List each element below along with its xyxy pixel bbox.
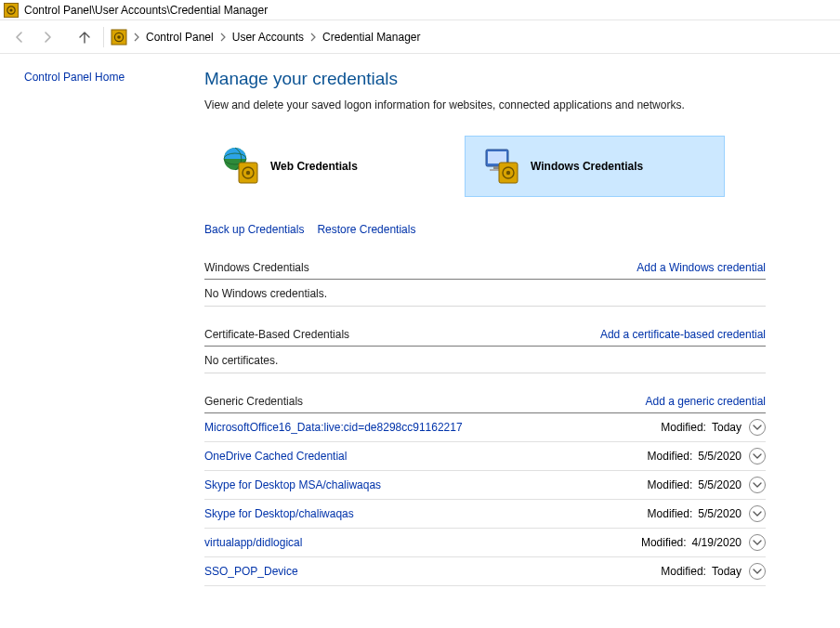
- windows-section-head: Windows Credentials Add a Windows creden…: [204, 258, 766, 280]
- generic-section-title: Generic Credentials: [204, 395, 646, 408]
- modified-value: 5/5/2020: [698, 450, 742, 463]
- credential-row[interactable]: OneDrive Cached CredentialModified:5/5/2…: [204, 442, 766, 471]
- chevron-right-icon[interactable]: [130, 31, 143, 44]
- chevron-down-icon[interactable]: [749, 505, 766, 522]
- windows-section-empty: No Windows credentials.: [204, 280, 766, 307]
- modified-value: 5/5/2020: [698, 478, 742, 491]
- sidebar: Control Panel Home: [0, 54, 204, 601]
- control-panel-home-link[interactable]: Control Panel Home: [24, 71, 125, 84]
- svg-point-17: [506, 171, 510, 175]
- modified-value: Today: [712, 565, 742, 578]
- titlebar-text: Control Panel\User Accounts\Credential M…: [24, 4, 268, 17]
- breadcrumb-control-panel[interactable]: Control Panel: [143, 29, 217, 46]
- cert-section-empty: No certificates.: [204, 347, 766, 373]
- generic-credentials-list: MicrosoftOffice16_Data:live:cid=de8298cc…: [204, 413, 766, 586]
- modified-label: Modified:: [648, 450, 693, 463]
- page-description: View and delete your saved logon informa…: [204, 98, 766, 111]
- add-generic-credential-link[interactable]: Add a generic credential: [646, 395, 766, 408]
- credential-name[interactable]: MicrosoftOffice16_Data:live:cid=de8298cc…: [204, 421, 661, 434]
- svg-point-5: [117, 35, 121, 39]
- chevron-down-icon[interactable]: [749, 419, 766, 436]
- control-panel-icon: [4, 3, 19, 18]
- chevron-down-icon[interactable]: [749, 448, 766, 464]
- page-title: Manage your credentials: [204, 69, 766, 89]
- windows-credentials-icon: [480, 146, 521, 187]
- chevron-right-icon[interactable]: [217, 31, 230, 44]
- modified-label: Modified:: [648, 507, 693, 520]
- windows-credentials-tile[interactable]: Windows Credentials: [465, 136, 725, 197]
- credential-name[interactable]: OneDrive Cached Credential: [204, 450, 648, 463]
- back-button[interactable]: [8, 26, 31, 48]
- up-button[interactable]: [73, 26, 96, 48]
- credential-row[interactable]: Skype for Desktop MSA/chaliwaqasModified…: [204, 471, 766, 500]
- svg-point-10: [246, 171, 250, 175]
- modified-label: Modified:: [648, 478, 693, 491]
- svg-rect-12: [488, 151, 506, 164]
- modified-label: Modified:: [661, 421, 706, 434]
- add-windows-credential-link[interactable]: Add a Windows credential: [637, 261, 766, 274]
- modified-value: Today: [712, 421, 742, 434]
- credential-row[interactable]: virtualapp/didlogicalModified:4/19/2020: [204, 529, 766, 557]
- nav-divider: [103, 27, 104, 47]
- breadcrumb-credential-manager[interactable]: Credential Manager: [320, 29, 423, 46]
- forward-button[interactable]: [36, 26, 59, 48]
- credential-name[interactable]: SSO_POP_Device: [204, 565, 661, 578]
- web-credentials-label: Web Credentials: [270, 160, 358, 173]
- add-cert-credential-link[interactable]: Add a certificate-based credential: [600, 328, 766, 341]
- chevron-right-icon[interactable]: [307, 31, 320, 44]
- main: Manage your credentials View and delete …: [204, 54, 840, 601]
- windows-section-title: Windows Credentials: [204, 261, 637, 274]
- breadcrumb-icon: [111, 29, 127, 46]
- credential-row[interactable]: MicrosoftOffice16_Data:live:cid=de8298cc…: [204, 413, 766, 442]
- action-links: Back up Credentials Restore Credentials: [204, 223, 766, 236]
- chevron-down-icon[interactable]: [749, 534, 766, 551]
- navbar: Control Panel User Accounts Credential M…: [0, 20, 840, 54]
- web-credentials-icon: [220, 146, 261, 187]
- credential-row[interactable]: Skype for Desktop/chaliwaqasModified:5/5…: [204, 500, 766, 529]
- svg-point-2: [9, 8, 12, 11]
- restore-credentials-link[interactable]: Restore Credentials: [317, 223, 415, 236]
- credential-tiles: Web Credentials Windows Credentials: [204, 136, 766, 197]
- credential-name[interactable]: virtualapp/didlogical: [204, 536, 641, 549]
- modified-value: 4/19/2020: [692, 536, 742, 549]
- breadcrumb-user-accounts[interactable]: User Accounts: [230, 29, 307, 46]
- credential-name[interactable]: Skype for Desktop MSA/chaliwaqas: [204, 478, 648, 491]
- chevron-down-icon[interactable]: [749, 477, 766, 493]
- credential-name[interactable]: Skype for Desktop/chaliwaqas: [204, 507, 648, 520]
- generic-section-head: Generic Credentials Add a generic creden…: [204, 392, 766, 413]
- modified-label: Modified:: [641, 536, 687, 549]
- cert-section-title: Certificate-Based Credentials: [204, 328, 600, 341]
- modified-value: 5/5/2020: [698, 507, 742, 520]
- modified-label: Modified:: [661, 565, 706, 578]
- content: Control Panel Home Manage your credentia…: [0, 54, 840, 601]
- cert-section-head: Certificate-Based Credentials Add a cert…: [204, 325, 766, 347]
- backup-credentials-link[interactable]: Back up Credentials: [204, 223, 304, 236]
- web-credentials-tile[interactable]: Web Credentials: [204, 136, 465, 197]
- titlebar: Control Panel\User Accounts\Credential M…: [0, 0, 840, 20]
- credential-row[interactable]: SSO_POP_DeviceModified:Today: [204, 557, 766, 586]
- chevron-down-icon[interactable]: [749, 563, 766, 580]
- windows-credentials-label: Windows Credentials: [531, 160, 643, 173]
